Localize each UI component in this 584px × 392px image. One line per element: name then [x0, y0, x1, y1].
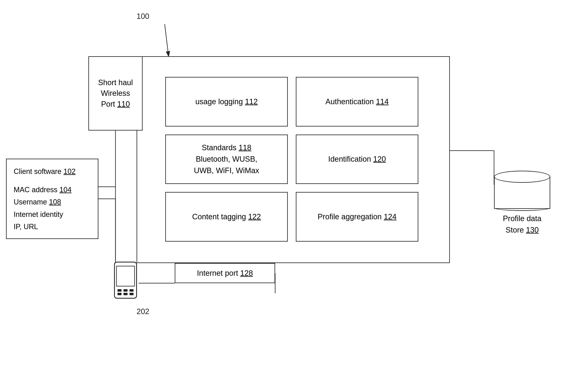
standards-box: Standards 118Bluetooth, WUSB,UWB, WiFI, …	[165, 134, 288, 184]
usage-logging-label: usage logging 112	[196, 96, 258, 108]
mac-address-line: MAC address 104	[14, 184, 91, 196]
phone-icon	[112, 261, 138, 301]
svg-rect-16	[116, 266, 134, 286]
authentication-box: Authentication 114	[296, 77, 418, 126]
cylinder-shape	[494, 171, 550, 211]
svg-rect-19	[130, 289, 134, 292]
content-tagging-label: Content tagging 122	[192, 211, 261, 222]
cylinder-bottom-ellipse	[494, 205, 550, 211]
content-tagging-number: 122	[248, 212, 261, 221]
svg-rect-20	[118, 293, 122, 295]
standards-number: 118	[238, 144, 251, 152]
username-number: 108	[49, 198, 61, 206]
identification-number: 120	[373, 155, 386, 163]
identification-box: Identification 120	[296, 134, 418, 184]
client-software-line1: Client software 102	[14, 165, 91, 178]
label-100: 100	[136, 12, 149, 21]
svg-line-1	[165, 24, 169, 57]
ip-url-line: IP, URL	[14, 220, 91, 233]
usage-logging-box: usage logging 112	[165, 77, 288, 126]
profile-data-store: Profile dataStore 130	[494, 171, 550, 236]
content-tagging-box: Content tagging 122	[165, 192, 288, 242]
svg-rect-18	[124, 289, 128, 292]
internet-port-label: Internet port 128	[197, 269, 253, 278]
usage-logging-number: 112	[245, 98, 258, 106]
short-haul-label: Short haulWirelessPort 110	[98, 77, 133, 110]
internet-port-number: 128	[240, 269, 253, 277]
short-haul-wireless-port-box: Short haulWirelessPort 110	[88, 56, 142, 130]
client-software-number: 102	[64, 167, 76, 176]
svg-rect-17	[118, 289, 122, 292]
client-software-box: Client software 102 MAC address 104 User…	[6, 159, 98, 239]
profile-store-label: Profile dataStore 130	[494, 213, 550, 236]
profile-aggregation-box: Profile aggregation 124	[296, 192, 418, 242]
authentication-label: Authentication 114	[326, 96, 389, 108]
identification-label: Identification 120	[328, 154, 386, 165]
cylinder-top	[494, 171, 550, 183]
profile-store-number: 130	[526, 226, 538, 234]
svg-rect-21	[124, 293, 128, 295]
diagram-container: 100 usage logging 112 Authentication 114…	[0, 0, 584, 392]
internet-port-box: Internet port 128	[175, 263, 275, 283]
username-line: Username 108	[14, 196, 91, 208]
standards-label: Standards 118Bluetooth, WUSB,UWB, WiFI, …	[194, 142, 259, 176]
short-haul-number: 110	[117, 100, 130, 108]
main-system-box: usage logging 112 Authentication 114 Sta…	[136, 56, 450, 263]
authentication-number: 114	[376, 98, 388, 106]
svg-rect-22	[130, 293, 134, 295]
profile-aggregation-number: 124	[384, 212, 396, 221]
inner-boxes-grid: usage logging 112 Authentication 114 Sta…	[165, 77, 418, 242]
profile-aggregation-label: Profile aggregation 124	[318, 211, 397, 222]
mac-address-number: 104	[60, 186, 72, 194]
internet-identity-line: Internet identity	[14, 208, 91, 220]
label-202: 202	[136, 307, 149, 316]
